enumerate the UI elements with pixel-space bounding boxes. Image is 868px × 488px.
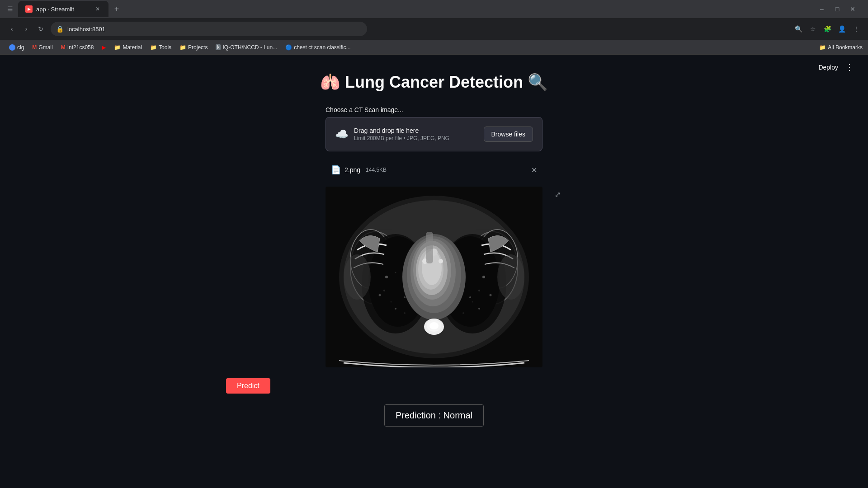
- svg-point-41: [469, 296, 471, 298]
- nav-buttons: ‹ › ↻: [5, 23, 47, 35]
- main-content: 🫁 Lung Cancer Detection 🔍 Choose a CT Sc…: [217, 55, 651, 445]
- menu-icon[interactable]: ⋮: [850, 23, 863, 35]
- file-size: 144.5KB: [366, 167, 387, 173]
- bookmark-clg[interactable]: clg: [5, 43, 28, 52]
- file-info-left: 📄 2.png 144.5KB: [331, 165, 387, 175]
- gmail-favicon: M: [32, 44, 37, 51]
- all-bookmarks-folder-icon: 📁: [819, 44, 826, 51]
- minimize-icon[interactable]: –: [816, 3, 828, 15]
- bookmark-int21-label: Int21cs058: [67, 44, 94, 51]
- svg-point-39: [490, 294, 492, 296]
- svg-point-32: [472, 301, 473, 303]
- new-tab-icon[interactable]: +: [110, 3, 123, 15]
- back-icon[interactable]: ‹: [5, 23, 18, 35]
- bookmark-chest[interactable]: 🔵 chest ct scan classific...: [282, 43, 354, 52]
- expand-icon[interactable]: ⤢: [555, 190, 561, 199]
- dropzone-text: Drag and drop file here Limit 200MB per …: [354, 127, 449, 141]
- bookmark-material-label: Material: [123, 44, 142, 51]
- svg-point-34: [385, 276, 388, 278]
- svg-point-27: [383, 290, 385, 291]
- deploy-button[interactable]: Deploy: [815, 62, 842, 73]
- bookmark-projects-label: Projects: [188, 44, 208, 51]
- ct-image-container: ⤢: [326, 187, 542, 367]
- app-title: 🫁 Lung Cancer Detection 🔍: [320, 73, 548, 92]
- bookmark-int21[interactable]: M Int21cs058: [57, 43, 98, 52]
- svg-point-26: [497, 254, 524, 300]
- file-remove-icon[interactable]: ✕: [531, 166, 537, 174]
- svg-point-20: [429, 322, 439, 329]
- all-bookmarks[interactable]: 📁 All Bookmarks: [819, 44, 863, 51]
- tools-favicon: 📁: [150, 44, 157, 51]
- chrome-menu-icon[interactable]: ☰: [4, 3, 16, 15]
- svg-point-22: [439, 259, 443, 263]
- material-favicon: 📁: [114, 44, 121, 51]
- dropzone-left: ☁️ Drag and drop file here Limit 200MB p…: [335, 127, 449, 141]
- address-bar: ‹ › ↻ 🔒 localhost:8501 🔍 ☆ 🧩 👤 ⋮: [0, 18, 868, 40]
- projects-favicon: 📁: [179, 44, 186, 51]
- svg-rect-24: [426, 232, 433, 263]
- bookmark-youtube[interactable]: ▶: [98, 43, 109, 52]
- svg-point-36: [395, 308, 396, 310]
- dropzone-main-text: Drag and drop file here: [354, 127, 449, 134]
- extensions-icon[interactable]: 🧩: [821, 23, 834, 35]
- app-menu-icon[interactable]: ⋮: [845, 62, 854, 72]
- search-icon[interactable]: 🔍: [792, 23, 805, 35]
- tab-close-icon[interactable]: ✕: [94, 5, 101, 13]
- svg-point-40: [478, 308, 480, 310]
- active-tab[interactable]: ▶ app · Streamlit ✕: [18, 1, 108, 17]
- bookmark-material[interactable]: 📁 Material: [110, 43, 146, 52]
- dropzone[interactable]: ☁️ Drag and drop file here Limit 200MB p…: [326, 117, 542, 151]
- svg-point-25: [344, 254, 371, 300]
- app-content: Deploy ⋮ 🫁 Lung Cancer Detection 🔍 Choos…: [0, 55, 868, 488]
- bookmark-gmail-label: Gmail: [38, 44, 52, 51]
- svg-point-38: [482, 276, 485, 278]
- all-bookmarks-label: All Bookmarks: [828, 44, 863, 51]
- browser-chrome: ☰ ▶ app · Streamlit ✕ + – □ ✕ ‹ › ↻ 🔒 lo…: [0, 0, 868, 55]
- url-text: localhost:8501: [67, 26, 105, 33]
- bookmark-clg-label: clg: [17, 44, 24, 51]
- bookmark-tools[interactable]: 📁 Tools: [146, 43, 175, 52]
- maximize-icon[interactable]: □: [831, 3, 844, 15]
- svg-point-33: [462, 312, 464, 314]
- file-document-icon: 📄: [331, 165, 341, 175]
- svg-point-29: [404, 312, 406, 314]
- predict-button[interactable]: Predict: [226, 378, 270, 394]
- bookmark-iqoth-label: IQ-OTH/NCCD - Lun...: [222, 44, 277, 51]
- upload-section: Choose a CT Scan image... ☁️ Drag and dr…: [326, 106, 542, 151]
- bookmark-tools-label: Tools: [159, 44, 171, 51]
- prediction-text: Prediction : Normal: [396, 410, 472, 420]
- clg-favicon: [9, 44, 15, 51]
- bookmark-chest-label: chest ct scan classific...: [294, 44, 350, 51]
- bookmark-projects[interactable]: 📁 Projects: [176, 43, 211, 52]
- svg-point-37: [404, 296, 406, 298]
- close-window-icon[interactable]: ✕: [846, 3, 859, 15]
- tab-favicon: ▶: [25, 5, 33, 13]
- svg-point-28: [391, 301, 392, 303]
- profile-icon[interactable]: 👤: [835, 23, 848, 35]
- tab-title: app · Streamlit: [36, 6, 74, 13]
- file-info-row: 📄 2.png 144.5KB ✕: [326, 160, 542, 179]
- svg-point-31: [478, 290, 480, 291]
- prediction-result: Prediction : Normal: [384, 404, 484, 427]
- deploy-area: Deploy ⋮: [815, 62, 854, 73]
- forward-icon[interactable]: ›: [20, 23, 33, 35]
- yt-favicon: ▶: [102, 44, 106, 51]
- secure-icon: 🔒: [56, 25, 64, 33]
- svg-point-35: [379, 294, 381, 296]
- bookmark-iqoth[interactable]: k IQ-OTH/NCCD - Lun...: [212, 43, 281, 52]
- ct-scan-image: [326, 187, 542, 367]
- iqoth-favicon: k: [216, 44, 221, 50]
- url-bar[interactable]: 🔒 localhost:8501: [51, 22, 367, 36]
- tab-bar: ☰ ▶ app · Streamlit ✕ + – □ ✕: [0, 0, 868, 18]
- reload-icon[interactable]: ↻: [34, 23, 47, 35]
- toolbar-right: 🔍 ☆ 🧩 👤 ⋮: [792, 23, 863, 35]
- file-name: 2.png: [344, 166, 360, 174]
- chest-favicon: 🔵: [285, 44, 292, 51]
- bookmark-star-icon[interactable]: ☆: [807, 23, 819, 35]
- dropzone-sub-text: Limit 200MB per file • JPG, JPEG, PNG: [354, 135, 449, 141]
- upload-cloud-icon: ☁️: [335, 128, 349, 141]
- browse-files-button[interactable]: Browse files: [484, 127, 533, 142]
- int21-favicon: M: [61, 44, 66, 51]
- bookmark-gmail[interactable]: M Gmail: [28, 43, 56, 52]
- bookmarks-bar: clg M Gmail M Int21cs058 ▶ 📁 Material 📁 …: [0, 40, 868, 54]
